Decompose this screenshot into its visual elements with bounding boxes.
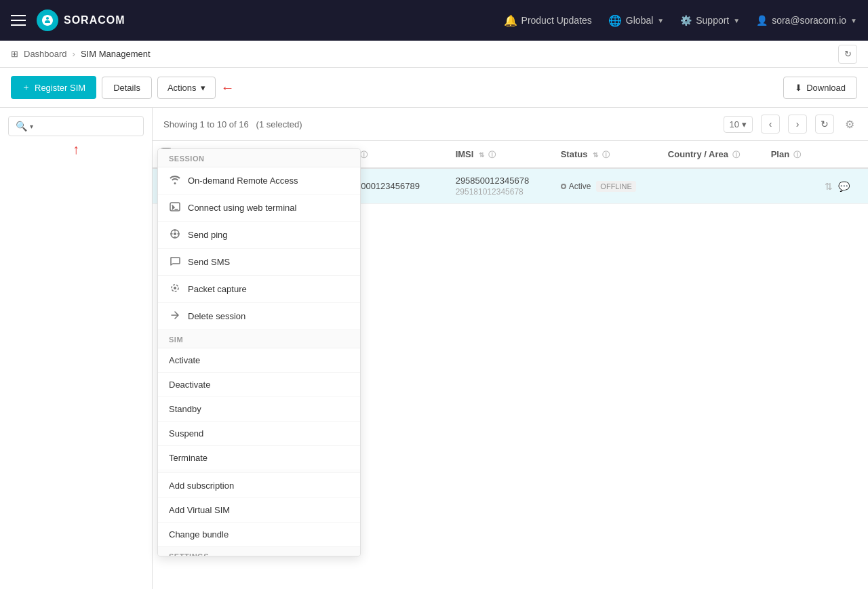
terminal-icon	[169, 201, 181, 214]
support-nav[interactable]: ⚙️ Support ▼	[680, 15, 740, 26]
col-status: Status ⇅ ⓘ	[553, 141, 660, 168]
svg-point-4	[174, 287, 176, 289]
imsi-sort[interactable]: ⇅	[479, 151, 484, 159]
product-updates-label: Product Updates	[521, 15, 592, 26]
top-navigation: SORACOM 🔔 Product Updates 🌐 Global ▼ ⚙️ …	[0, 0, 868, 41]
breadcrumb-separator: ›	[73, 49, 75, 59]
menu-change-bundle[interactable]: Change bundle	[158, 523, 360, 547]
country-info[interactable]: ⓘ	[732, 150, 740, 159]
cell-country	[660, 168, 763, 204]
download-icon: ⬇	[795, 83, 802, 93]
wifi-icon	[169, 174, 181, 187]
toolbar-right: ⬇ Download	[783, 77, 857, 99]
menu-send-sms[interactable]: Send SMS	[158, 249, 360, 276]
row-icon-1[interactable]: ⇅	[825, 181, 833, 192]
logo-text: SORACOM	[64, 14, 125, 26]
user-icon: 👤	[756, 15, 768, 26]
user-label: sora@soracom.io	[772, 15, 846, 26]
breadcrumb: ⊞ Dashboard › SIM Management ↻	[0, 41, 868, 68]
support-dropdown-arrow: ▼	[733, 17, 740, 24]
status-info[interactable]: ⓘ	[602, 150, 610, 159]
user-nav[interactable]: 👤 sora@soracom.io ▼	[756, 15, 857, 26]
actions-arrow-indicator: ←	[221, 80, 235, 96]
breadcrumb-icon: ⊞	[11, 49, 18, 59]
menu-on-demand-remote-access[interactable]: On-demand Remote Access	[158, 167, 360, 195]
plus-icon: ＋	[22, 81, 31, 94]
status-sort[interactable]: ⇅	[593, 151, 598, 159]
col-actions-extra	[816, 141, 868, 168]
row-icon-2[interactable]: 💬	[838, 181, 850, 192]
table-header-bar: Showing 1 to 10 of 16 (1 selected) 10 ▾ …	[153, 108, 868, 141]
sidebar: 🔍 ▾ ↑	[0, 108, 153, 589]
menu-divider-1	[158, 472, 360, 472]
menu-standby[interactable]: Standby	[158, 397, 360, 422]
actions-dropdown-arrow: ▾	[201, 83, 205, 93]
sidebar-up-arrow: ↑	[8, 142, 144, 157]
svg-point-2	[174, 232, 176, 235]
menu-activate[interactable]: Activate	[158, 348, 360, 373]
cell-plan	[763, 168, 817, 204]
global-nav[interactable]: 🌐 Global ▼	[608, 14, 664, 27]
plan-info[interactable]: ⓘ	[793, 150, 801, 159]
search-filter-button[interactable]: 🔍 ▾	[8, 116, 144, 136]
per-page-chevron: ▾	[742, 119, 747, 129]
breadcrumb-current: SIM Management	[81, 49, 151, 59]
col-plan: Plan ⓘ	[763, 141, 817, 168]
cell-status: Active OFFLINE	[553, 168, 660, 204]
showing-text: Showing 1 to 10 of 16 (1 selected)	[163, 119, 302, 129]
menu-add-subscription[interactable]: Add subscription	[158, 474, 360, 498]
sms-icon	[169, 256, 181, 268]
session-section-header: SESSION	[158, 149, 360, 167]
register-sim-button[interactable]: ＋ Register SIM	[11, 76, 96, 99]
refresh-button[interactable]: ↻	[838, 45, 857, 64]
cell-row-actions: ⇅ 💬	[816, 168, 868, 204]
menu-web-terminal[interactable]: Connect using web terminal	[158, 195, 360, 222]
product-updates-nav[interactable]: 🔔 Product Updates	[504, 14, 592, 27]
user-dropdown-arrow: ▼	[850, 17, 857, 24]
support-label: Support	[696, 15, 729, 26]
details-button[interactable]: Details	[102, 77, 152, 99]
hamburger-menu[interactable]	[11, 15, 26, 26]
global-dropdown-arrow: ▼	[657, 17, 664, 24]
globe-icon: 🌐	[608, 14, 622, 27]
ping-icon	[169, 228, 181, 241]
search-icon: 🔍	[16, 121, 27, 131]
actions-button[interactable]: Actions ▾	[157, 77, 216, 99]
breadcrumb-right: ↻	[838, 45, 857, 64]
table-settings-button[interactable]: ⚙	[842, 115, 857, 134]
sim-section-header: SIM	[158, 330, 360, 348]
main-content: 🔍 ▾ ↑ Showing 1 to 10 of 16 (1 selected)…	[0, 108, 868, 589]
prev-page-button[interactable]: ‹	[761, 115, 780, 134]
support-icon: ⚙️	[680, 15, 692, 26]
breadcrumb-dashboard[interactable]: Dashboard	[24, 49, 67, 59]
menu-add-virtual-sim[interactable]: Add Virtual SIM	[158, 498, 360, 523]
download-button[interactable]: ⬇ Download	[783, 77, 857, 99]
capture-icon	[169, 283, 181, 296]
menu-deactivate[interactable]: Deactivate	[158, 373, 360, 397]
iccid-info[interactable]: ⓘ	[360, 150, 368, 159]
global-label: Global	[626, 15, 653, 26]
logo-area: SORACOM	[37, 9, 125, 31]
col-country: Country / Area ⓘ	[660, 141, 763, 168]
settings-section-header: SETTINGS	[158, 547, 360, 556]
offline-badge: OFFLINE	[596, 181, 635, 192]
next-page-button[interactable]: ›	[788, 115, 807, 134]
menu-delete-session[interactable]: Delete session	[158, 303, 360, 330]
toolbar: ＋ Register SIM Details Actions ▾ ← ⬇ Dow…	[0, 68, 868, 108]
per-page-select[interactable]: 10 ▾	[724, 116, 753, 133]
logo-icon	[37, 9, 58, 31]
actions-dropdown-menu: SESSION On-demand Remote Access	[157, 148, 361, 556]
menu-suspend[interactable]: Suspend	[158, 422, 360, 446]
menu-send-ping[interactable]: Send ping	[158, 222, 360, 249]
nav-items: 🔔 Product Updates 🌐 Global ▼ ⚙️ Support …	[504, 14, 857, 27]
menu-terminate[interactable]: Terminate	[158, 446, 360, 470]
imsi-info[interactable]: ⓘ	[488, 150, 496, 159]
bell-icon: 🔔	[504, 14, 517, 27]
col-imsi: IMSI ⇅ ⓘ	[448, 141, 553, 168]
filter-chevron: ▾	[30, 123, 33, 130]
cell-imsi: 295850012345678 295181012345678	[448, 168, 553, 204]
delete-session-icon	[169, 310, 181, 323]
refresh-table-button[interactable]: ↻	[815, 115, 834, 134]
menu-packet-capture[interactable]: Packet capture	[158, 276, 360, 303]
status-dot	[561, 184, 566, 189]
